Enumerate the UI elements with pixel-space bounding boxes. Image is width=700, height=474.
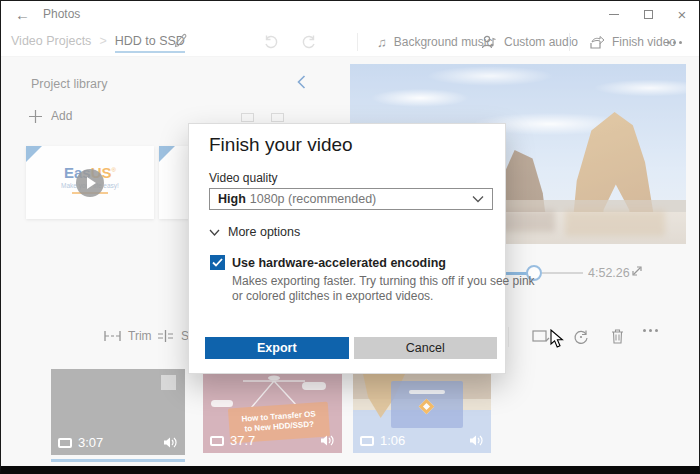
quality-value-detail: 1080p (recommended) (250, 192, 376, 206)
more-options-expander[interactable]: More options (209, 225, 300, 239)
mouse-cursor-icon (550, 329, 566, 349)
video-quality-label: Video quality (209, 171, 278, 185)
photos-app-window: ← Photos × Video Projects > HDD to SSD ♫ (0, 0, 700, 474)
checkbox-description: or colored glitches in exported videos. (232, 289, 433, 303)
finish-video-dialog: Finish your video Video quality High 108… (188, 123, 506, 374)
chevron-down-icon (209, 229, 220, 236)
more-options-label: More options (228, 225, 300, 239)
chevron-down-icon (472, 195, 484, 203)
checkbox-description: Makes exporting faster. Try turning this… (232, 274, 535, 288)
export-button[interactable]: Export (205, 337, 349, 359)
check-icon (212, 258, 223, 267)
quality-value: High (218, 192, 246, 206)
checkbox-label: Use hardware-accelerated encoding (232, 256, 446, 270)
dialog-title: Finish your video (209, 134, 353, 156)
video-quality-dropdown[interactable]: High 1080p (recommended) (209, 188, 493, 210)
hardware-encoding-checkbox[interactable] (210, 255, 225, 270)
cancel-button[interactable]: Cancel (354, 337, 498, 359)
